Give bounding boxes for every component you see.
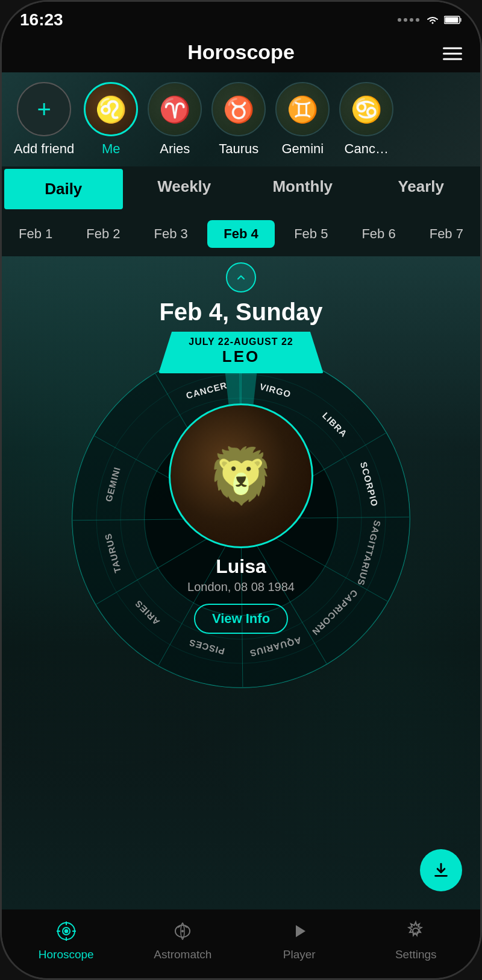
friend-label-taurus: Taurus (219, 141, 258, 157)
leo-dates: JULY 22-AUGUST 22 (189, 337, 293, 347)
nav-item-player[interactable]: Player (241, 919, 358, 961)
zodiac-bg-gemini: ♊ (277, 83, 328, 135)
phone-frame: 16:23 Horoscope (0, 0, 482, 980)
download-button[interactable] (420, 849, 462, 891)
friend-item-me[interactable]: ♌Me (84, 82, 138, 157)
friend-avatar-aries: ♈ (148, 82, 202, 136)
friend-avatar-taurus: ♉ (211, 82, 266, 136)
date-item-Feb-2[interactable]: Feb 2 (69, 220, 137, 248)
nav-label-player: Player (283, 948, 316, 961)
horoscope-icon (54, 919, 78, 943)
friend-label-cancer: Canc… (345, 141, 389, 157)
date-item-Feb-6[interactable]: Feb 6 (345, 220, 412, 248)
download-icon (433, 862, 449, 879)
date-strip: Feb 1Feb 2Feb 3Feb 4Feb 5Feb 6Feb 7 (2, 212, 480, 256)
friend-item-taurus[interactable]: ♉Taurus (211, 82, 266, 157)
friend-avatar-me: ♌ (84, 82, 138, 136)
friend-label-add: Add friend (14, 141, 74, 157)
period-tab-yearly[interactable]: Yearly (362, 166, 481, 212)
friend-avatar-gemini: ♊ (275, 82, 330, 136)
period-tab-daily[interactable]: Daily (4, 169, 123, 209)
hamburger-icon (443, 47, 462, 60)
center-profile: 🦁 Luisa London, 08 08 1984 View Info (169, 403, 313, 634)
svg-point-46 (64, 929, 68, 933)
friend-item-aries[interactable]: ♈Aries (148, 82, 202, 157)
lion-avatar: 🦁 (169, 403, 313, 548)
svg-marker-48 (296, 925, 305, 937)
date-item-Feb-7[interactable]: Feb 7 (413, 220, 480, 248)
signal-icon (397, 16, 421, 24)
profile-info: Luisa London, 08 08 1984 (169, 555, 313, 594)
friend-item-gemini[interactable]: ♊Gemini (275, 82, 330, 157)
period-tab-monthly[interactable]: Monthly (243, 166, 362, 212)
friend-item-add[interactable]: +Add friend (14, 82, 74, 157)
friend-avatar-cancer: ♋ (339, 82, 393, 136)
friend-label-gemini: Gemini (281, 141, 324, 157)
player-icon (287, 919, 311, 943)
svg-point-3 (416, 18, 419, 22)
svg-rect-6 (460, 18, 462, 22)
status-time: 16:23 (20, 10, 63, 30)
nav-item-settings[interactable]: Settings (358, 919, 475, 961)
svg-point-2 (410, 18, 413, 22)
nav-label-astromatch: Astromatch (154, 948, 211, 961)
chevron-up-icon (235, 271, 247, 283)
date-item-Feb-4[interactable]: Feb 4 (207, 220, 275, 248)
nav-label-settings: Settings (395, 948, 437, 961)
header: Horoscope (2, 34, 480, 72)
zodiac-bg-taurus: ♉ (213, 83, 264, 135)
svg-rect-5 (445, 17, 459, 23)
friend-label-aries: Aries (160, 141, 190, 157)
nav-label-horoscope: Horoscope (39, 948, 94, 961)
nav-item-astromatch[interactable]: Astromatch (125, 919, 242, 961)
collapse-button[interactable] (226, 262, 256, 292)
period-tabs: DailyWeeklyMonthlyYearly (2, 166, 480, 212)
zodiac-bg-aries: ♈ (149, 83, 201, 135)
leo-name: LEO (189, 347, 293, 366)
status-bar: 16:23 (2, 2, 480, 34)
profile-birth: London, 08 08 1984 (169, 580, 313, 594)
status-icons (397, 15, 462, 25)
svg-point-47 (181, 930, 184, 932)
plus-icon: + (37, 96, 51, 123)
battery-icon (444, 15, 462, 25)
friends-section: +Add friend♌Me♈Aries♉Taurus♊Gemini♋Canc… (2, 72, 480, 166)
date-item-Feb-5[interactable]: Feb 5 (277, 220, 345, 248)
menu-button[interactable] (443, 47, 462, 60)
bottom-nav: Horoscope Astromatch Player Settings (2, 909, 480, 978)
astromatch-icon (171, 919, 195, 943)
friend-label-me: Me (102, 141, 120, 157)
svg-point-1 (404, 18, 407, 22)
date-item-Feb-1[interactable]: Feb 1 (2, 220, 69, 248)
date-item-Feb-3[interactable]: Feb 3 (137, 220, 205, 248)
zodiac-bg-cancer: ♋ (340, 83, 392, 135)
lion-emoji: 🦁 (207, 444, 275, 508)
period-tab-weekly[interactable]: Weekly (125, 166, 244, 212)
wifi-icon (426, 15, 439, 25)
settings-icon (404, 919, 428, 943)
friend-item-cancer[interactable]: ♋Canc… (339, 82, 393, 157)
nav-item-horoscope[interactable]: Horoscope (8, 919, 125, 961)
profile-name: Luisa (169, 555, 313, 578)
zodiac-bg-me: ♌ (86, 84, 136, 134)
svg-point-0 (398, 18, 401, 22)
page-title: Horoscope (187, 40, 295, 64)
friend-avatar-add: + (17, 82, 71, 136)
zodiac-wheel: JULY 22-AUGUST 22 LEO (60, 338, 422, 700)
main-content: Feb 4, Sunday JULY 22-AUGUST 22 LEO (2, 256, 480, 909)
view-info-button[interactable]: View Info (194, 604, 288, 634)
leo-banner: JULY 22-AUGUST 22 LEO (158, 332, 324, 373)
